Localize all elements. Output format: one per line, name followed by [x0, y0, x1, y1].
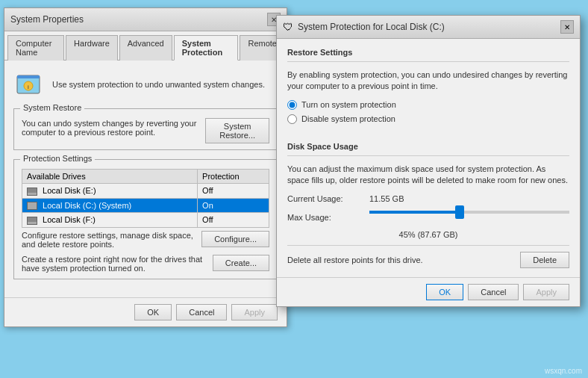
- table-row[interactable]: Local Disk (C:) (System) On: [22, 198, 269, 213]
- drive-icon: [27, 202, 37, 210]
- radio-disable-input[interactable]: [287, 114, 297, 124]
- col-header-protection: Protection: [198, 170, 269, 184]
- system-restore-button[interactable]: System Restore...: [205, 118, 269, 143]
- system-restore-text: You can undo system changes by reverting…: [22, 119, 205, 137]
- create-button[interactable]: Create...: [213, 255, 269, 271]
- system-properties-titlebar: System Properties ✕: [4, 8, 287, 31]
- disk-usage-title: Disk Space Usage: [287, 142, 569, 151]
- drive-icon: [27, 188, 37, 196]
- watermark: wsxqn.com: [545, 367, 582, 375]
- slider-percent-label: 45% (87.67 GB): [287, 230, 569, 239]
- system-restore-label: System Restore: [20, 103, 84, 112]
- sp-cancel-button[interactable]: Cancel: [468, 284, 519, 300]
- protection-settings-label: Protection Settings: [20, 154, 95, 163]
- max-usage-label: Max Usage:: [287, 213, 369, 222]
- restore-description: By enabling system protection, you can u…: [287, 69, 569, 93]
- restore-settings-divider: [287, 61, 569, 62]
- slider-track: [369, 211, 569, 214]
- apply-button[interactable]: Apply: [231, 304, 278, 320]
- cancel-button[interactable]: Cancel: [176, 304, 227, 320]
- system-restore-group: System Restore You can undo system chang…: [13, 108, 278, 150]
- sp-close-button[interactable]: ✕: [560, 20, 574, 34]
- delete-button[interactable]: Delete: [520, 252, 569, 268]
- create-section: Create a restore point right now for the…: [22, 255, 269, 273]
- delete-text: Delete all restore points for this drive…: [287, 255, 423, 264]
- svg-text:i: i: [28, 84, 29, 90]
- radio-turn-on[interactable]: Turn on system protection: [287, 100, 569, 110]
- delete-row: Delete all restore points for this drive…: [287, 245, 569, 268]
- current-usage-label: Current Usage:: [287, 194, 369, 203]
- drive-name: Local Disk (C:) (System): [22, 198, 198, 213]
- info-text: Use system protection to undo unwanted s…: [52, 80, 265, 89]
- current-usage-row: Current Usage: 11.55 GB: [287, 194, 569, 203]
- radio-disable[interactable]: Disable system protection: [287, 114, 569, 124]
- configure-section: Configure restore settings, manage disk …: [22, 231, 269, 249]
- svg-rect-1: [17, 75, 40, 78]
- drive-icon: [27, 217, 37, 225]
- system-properties-bottom-bar: OK Cancel Apply: [4, 297, 287, 326]
- drives-table: Available Drives Protection Local Disk (…: [22, 169, 269, 228]
- tab-system-protection[interactable]: System Protection: [174, 35, 239, 61]
- system-properties-content: i Use system protection to undo unwanted…: [4, 61, 287, 297]
- slider-fill: [369, 211, 460, 214]
- system-properties-title: System Properties: [10, 14, 84, 25]
- ok-button[interactable]: OK: [134, 304, 172, 320]
- protection-settings-group: Protection Settings Available Drives Pro…: [13, 159, 278, 279]
- restore-settings-section: Restore Settings By enabling system prot…: [287, 48, 569, 124]
- radio-turn-on-input[interactable]: [287, 100, 297, 110]
- current-usage-value: 11.55 GB: [369, 194, 404, 203]
- drive-name: Local Disk (E:): [22, 184, 198, 199]
- sp-title-icon: 🛡: [283, 21, 293, 33]
- tab-bar: Computer Name Hardware Advanced System P…: [4, 31, 287, 61]
- sp-bottom-bar: OK Cancel Apply: [277, 277, 580, 306]
- configure-text: Configure restore settings, manage disk …: [22, 231, 196, 249]
- sp-ok-button[interactable]: OK: [426, 284, 463, 300]
- sp-content: Restore Settings By enabling system prot…: [277, 39, 580, 277]
- disk-usage-section: Disk Space Usage You can adjust the maxi…: [287, 142, 569, 268]
- drive-name: Local Disk (F:): [22, 213, 198, 228]
- col-header-drives: Available Drives: [22, 170, 198, 184]
- restore-settings-title: Restore Settings: [287, 48, 569, 57]
- table-row[interactable]: Local Disk (F:) Off: [22, 213, 269, 228]
- create-text: Create a restore point right now for the…: [22, 255, 207, 273]
- slider-thumb[interactable]: [455, 205, 464, 219]
- table-row[interactable]: Local Disk (E:) Off: [22, 184, 269, 199]
- system-protection-icon: i: [13, 69, 43, 99]
- tab-computer-name[interactable]: Computer Name: [7, 35, 64, 61]
- sp-dialog: 🛡 System Protection for Local Disk (C:) …: [276, 15, 581, 307]
- disk-usage-desc: You can adjust the maximum disk space us…: [287, 164, 569, 187]
- max-usage-row: Max Usage: 45% (87.67 GB): [287, 211, 569, 239]
- drive-protection: On: [198, 198, 269, 213]
- drive-protection: Off: [198, 184, 269, 199]
- sp-titlebar: 🛡 System Protection for Local Disk (C:) …: [277, 16, 580, 39]
- drive-protection: Off: [198, 213, 269, 228]
- tab-advanced[interactable]: Advanced: [119, 35, 172, 61]
- sp-apply-button[interactable]: Apply: [523, 284, 569, 300]
- disk-usage-divider: [287, 155, 569, 156]
- restore-row: You can undo system changes by reverting…: [22, 118, 269, 143]
- system-properties-window: System Properties ✕ Computer Name Hardwa…: [4, 7, 287, 327]
- radio-disable-label: Disable system protection: [301, 114, 395, 123]
- configure-button[interactable]: Configure...: [201, 231, 269, 247]
- tab-hardware[interactable]: Hardware: [66, 35, 118, 61]
- radio-turn-on-label: Turn on system protection: [301, 100, 396, 109]
- slider-container[interactable]: [369, 211, 569, 224]
- info-section: i Use system protection to undo unwanted…: [13, 69, 278, 99]
- sp-title-text: System Protection for Local Disk (C:): [298, 22, 445, 32]
